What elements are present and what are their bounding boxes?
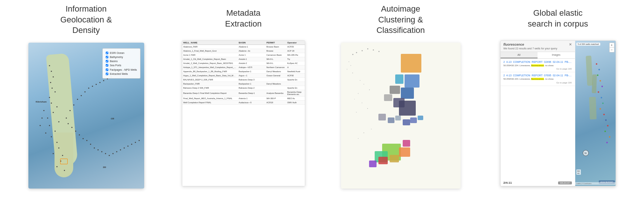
col-basin: BASIN [238, 41, 265, 45]
col-permit: PERMIT [265, 41, 286, 45]
compass-icon: N [583, 150, 589, 156]
highlight-1: fluorescence [531, 64, 544, 67]
legend-bathymetry: Bathymetry [106, 55, 137, 59]
search-preview: fluorescence ✕ We found 22 results and 7… [500, 40, 616, 186]
table-row: BALNAVES_DEEP-2_S06_FWR Balnaves Deep-3 … [182, 78, 305, 82]
search-nav: 2/4-11 [504, 181, 512, 184]
section-title-geo: InformationGeolocation &Density [60, 4, 112, 36]
table-row: Argus_1_Well_Completion_Report_Basic_Dat… [182, 74, 305, 78]
table-row: Appendix_B8_Backpacker_1_B8_Mudlog_FWR B… [182, 70, 305, 74]
section-title-metadata: MetadataExtraction [225, 4, 262, 34]
col-operator: Operator [286, 41, 305, 45]
well-dot-red2 [598, 91, 599, 93]
search-left-panel: fluorescence ✕ We found 22 results and 7… [501, 41, 575, 186]
table-row: Abaknost_FWR Abalone-1 Browse Basin ACP2… [182, 45, 305, 49]
wildcat-badge: WILDCAT [558, 181, 572, 184]
cluster-block-mid5 [410, 117, 417, 123]
scatter-tiny [349, 61, 349, 62]
cluster-scatter-area [341, 43, 461, 189]
search-close-icon[interactable]: ✕ [569, 43, 572, 46]
map-selection-box [60, 159, 68, 164]
cluster-block-teal [395, 74, 403, 84]
table-row: Antiope_1_ST1_Interpretive_Well_Completi… [182, 65, 305, 70]
scatter-tiny [363, 84, 364, 85]
scatter-tiny [358, 138, 359, 139]
map-preview: Kibrisham 200 -100 ESRI Ocean Bathymetry… [28, 43, 144, 189]
search-result-1[interactable]: 2_4-13_COMPLETION_REPORT_02496_02-04-11_… [501, 59, 575, 72]
search-brand: fluorescence [504, 43, 524, 46]
section-search: Global elasticsearch in corpus fluoresce… [483, 4, 633, 186]
table-row: Abalone_1_Final_Well_Report_Govt Abalone… [182, 49, 305, 53]
tab-all[interactable]: All [501, 52, 538, 58]
mini-land-2 [592, 74, 597, 93]
scatter-tiny [362, 103, 362, 103]
scatter-tiny [350, 65, 351, 66]
result-1-page: Go to page 100 [504, 68, 572, 70]
well-dot-purple2 [606, 142, 608, 143]
table-row: Amulet_1_Clit_Well_Completion_Report_Bas… [182, 57, 305, 61]
cluster-block-red [378, 157, 388, 164]
well-dot-green [597, 74, 598, 76]
scatter-tiny [371, 129, 372, 129]
map-label3: -100 [111, 117, 114, 120]
table-fade-overlay [182, 163, 305, 186]
cluster-dot [367, 48, 368, 49]
table-row: Final_Well_Report_MEO_Australia_Artemis_… [182, 97, 305, 101]
cluster-block-gray2 [384, 94, 392, 101]
section-title-cluster: AutoimageClustering &Classification [377, 4, 425, 36]
section-title-search: Global elasticsearch in corpus [528, 4, 588, 34]
cluster-block-orange2 [399, 147, 410, 157]
cluster-block-pink [403, 140, 410, 147]
section-info-geo: InformationGeolocation &Density [12, 4, 161, 189]
scatter-tiny [358, 93, 359, 94]
well-dot-red4 [607, 125, 609, 126]
cluster-block-gold [390, 155, 399, 162]
result-2-page: Go to page 100 [504, 82, 572, 84]
map-label: Kibrisham [36, 101, 47, 103]
result-count-badge: 5 of 264 wells matched [576, 43, 600, 46]
zoom-controls: + − [609, 43, 614, 52]
search-subtitle: We found 22 results and 7 wells for your… [504, 47, 572, 50]
cluster-dot [356, 52, 357, 53]
cluster-dot [373, 49, 374, 51]
zoom-out-button[interactable]: − [610, 48, 614, 52]
scale-bar: kmmi [576, 169, 581, 175]
table-preview: WELL_NAME BASIN PERMIT Operator Abaknost… [182, 40, 305, 186]
legend-extracted-wells: Extracted Wells [106, 72, 137, 76]
map-attribution: Leaflet | © Contributors [575, 182, 616, 185]
well-dot-navy [605, 119, 607, 121]
map-label2: 200 [103, 166, 106, 168]
scatter-tiny [354, 99, 355, 100]
zoom-in-button[interactable]: + [610, 43, 614, 48]
map-legend: ESRI Ocean Bathymetry Basins Sea Ports F… [102, 48, 140, 79]
well-dot-green2 [604, 131, 606, 132]
search-result-2[interactable]: 2_4-13_COMPLETION_REPORT_07695_02-04-11_… [501, 72, 575, 86]
well-dot-blue [598, 69, 600, 70]
legend-npd-wells: Factpages - NPD Wells [106, 68, 137, 72]
well-dot-blue2 [601, 97, 602, 98]
result-1-text: 50.059430.154. Limestone, fluorescence. … [504, 64, 572, 67]
cluster-dot [378, 51, 380, 52]
table-body: Abaknost_FWR Abalone-1 Browse Basin ACP2… [182, 45, 305, 105]
section-cluster: AutoimageClustering &Classification [326, 4, 476, 189]
tab-images[interactable]: Images [538, 52, 575, 58]
legend-seaports: Sea Ports [106, 63, 137, 67]
cluster-preview [341, 43, 461, 189]
metadata-table: WELL_NAME BASIN PERMIT Operator Abaknost… [182, 41, 305, 105]
result-1-title: 2_4-13_COMPLETION_REPORT_02496_02-04-11_… [504, 61, 572, 63]
cluster-block-mid6 [418, 116, 423, 120]
table-row: Amulet_2_Well_Completion_Report_Basic_M2… [182, 61, 305, 65]
highlight-2: fluorescence [531, 78, 544, 80]
well-dot-orange [600, 80, 601, 82]
search-right-panel: + − 5 of 264 wells matched [575, 41, 616, 186]
table-row: Backpacker_FWR Backpacker-1 Darryl Meado… [182, 82, 305, 86]
scatter-tiny [347, 69, 347, 70]
search-bottom-bar: 2/4-11 WILDCAT [501, 180, 575, 186]
scatter-tiny [352, 73, 353, 73]
mini-land-3 [589, 97, 596, 120]
well-dot-orange3 [609, 136, 610, 138]
table-row: Acme 1 FWR Acme 1 Carnarvon Basin WA-295… [182, 53, 305, 57]
scatter-tiny [363, 132, 364, 133]
well-dot-red3 [603, 114, 605, 115]
cluster-block-navy [399, 101, 416, 116]
